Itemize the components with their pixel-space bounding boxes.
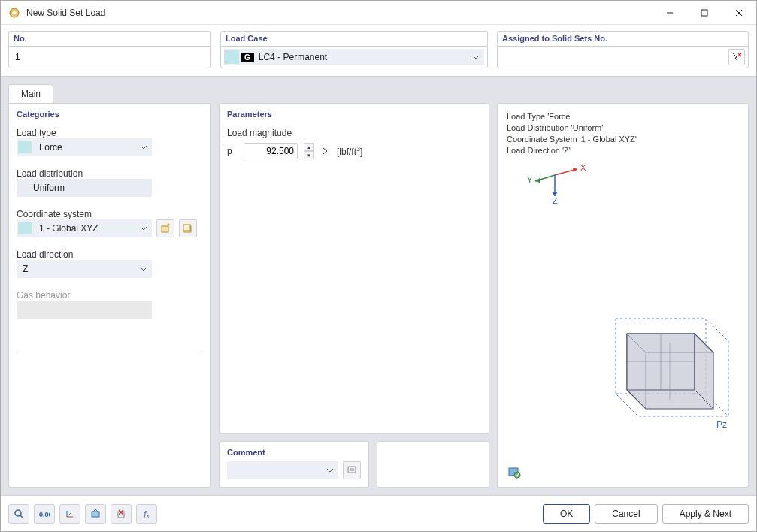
info-coord: Coordinate System '1 - Global XYZ'	[507, 134, 739, 145]
loadcase-color-swatch	[224, 50, 239, 64]
chevron-down-icon	[140, 145, 147, 150]
cancel-button[interactable]: Cancel	[595, 504, 657, 524]
assigned-input[interactable]	[501, 50, 728, 64]
axes-icon: X Y Z	[525, 160, 739, 208]
coord-swatch	[18, 222, 32, 234]
svg-text:X: X	[580, 163, 586, 172]
tabs-row: Main	[1, 77, 756, 103]
svg-text:Y: Y	[527, 175, 533, 184]
magnitude-unit: [lbf/ft3]	[337, 145, 362, 157]
svg-rect-44	[92, 512, 99, 517]
apply-next-button[interactable]: Apply & Next	[662, 504, 749, 524]
edit-coord-system-button[interactable]	[179, 219, 197, 237]
svg-line-43	[67, 512, 71, 517]
footer-axes-button[interactable]	[59, 504, 80, 524]
info-load-type: Load Type 'Force'	[507, 111, 739, 122]
svg-rect-2	[701, 10, 707, 16]
footer-delete-button[interactable]	[111, 504, 132, 524]
loadcase-select[interactable]: G LC4 - Permanent	[224, 49, 484, 65]
svg-text:x: x	[147, 513, 150, 518]
titlebar: New Solid Set Load	[1, 1, 756, 25]
load-type-value: Force	[36, 142, 140, 153]
magnitude-spinner[interactable]: ▲ ▼	[304, 143, 314, 159]
no-label: No.	[8, 31, 211, 46]
chevron-down-icon	[326, 468, 334, 473]
comment-input[interactable]	[227, 461, 338, 479]
svg-line-39	[20, 515, 23, 518]
app-icon	[8, 7, 20, 19]
comment-title: Comment	[220, 442, 368, 461]
pick-in-view-button[interactable]	[728, 49, 745, 65]
footer-function-button[interactable]: ƒx	[136, 504, 157, 524]
comment-extra-button[interactable]	[343, 461, 361, 479]
chevron-down-icon	[140, 226, 147, 231]
maximize-button[interactable]	[687, 1, 722, 24]
parameters-title: Parameters	[220, 104, 489, 123]
no-input[interactable]	[12, 50, 207, 64]
gas-label: Gas behavior	[17, 290, 203, 301]
load-type-swatch	[18, 141, 32, 153]
load-type-label: Load type	[17, 128, 203, 138]
magnitude-input[interactable]	[244, 143, 298, 159]
assigned-label: Assigned to Solid Sets No.	[497, 31, 749, 46]
magnitude-symbol: p	[227, 146, 238, 156]
parameters-panel: Parameters Load magnitude p ▲ ▼ [lbf/ft3…	[219, 103, 489, 434]
magnitude-label: Load magnitude	[227, 128, 481, 138]
info-load-dir: Load Direction 'Z'	[507, 145, 739, 156]
load-preview	[586, 311, 736, 442]
load-type-select[interactable]: Force	[17, 138, 152, 156]
pz-label: Pz	[716, 419, 727, 430]
close-button[interactable]	[722, 1, 756, 24]
comment-panel: Comment	[219, 441, 369, 488]
ok-button[interactable]: OK	[543, 504, 590, 524]
load-dist-label: Load distribution	[17, 168, 203, 179]
load-dir-select[interactable]: Z	[17, 260, 152, 278]
tab-main[interactable]: Main	[8, 84, 53, 103]
minimize-button[interactable]	[653, 1, 687, 24]
coord-label: Coordinate system	[17, 209, 203, 219]
footer: 0,00 ƒx OK Cancel Apply & Next	[1, 495, 756, 531]
chevron-down-icon	[140, 267, 147, 271]
info-panel: Load Type 'Force' Load Distribution 'Uni…	[497, 103, 749, 488]
load-dir-label: Load direction	[17, 249, 203, 260]
categories-lower-pane	[17, 352, 203, 479]
load-dir-value: Z	[17, 264, 140, 274]
spinner-up-icon[interactable]: ▲	[304, 143, 314, 151]
load-dist-select[interactable]: Uniform	[17, 179, 152, 197]
svg-text:0,00: 0,00	[39, 511, 50, 518]
svg-rect-7	[162, 226, 168, 232]
loadcase-tag: G	[241, 53, 254, 62]
footer-search-button[interactable]	[8, 504, 29, 524]
footer-view-button[interactable]	[85, 504, 106, 524]
spinner-down-icon[interactable]: ▼	[304, 151, 314, 159]
loadcase-label: Load Case	[220, 31, 488, 46]
load-dist-value: Uniform	[17, 183, 152, 193]
magnitude-more-button[interactable]	[320, 143, 331, 159]
preview-settings-button[interactable]	[505, 463, 523, 481]
svg-point-38	[15, 510, 21, 516]
gas-select	[17, 301, 152, 319]
svg-text:Z: Z	[553, 196, 558, 205]
footer-units-button[interactable]: 0,00	[34, 504, 55, 524]
svg-rect-10	[348, 467, 356, 473]
coord-value: 1 - Global XYZ	[36, 223, 140, 234]
new-coord-system-button[interactable]	[156, 219, 174, 237]
window-title: New Solid Set Load	[26, 8, 653, 18]
chevron-down-icon	[472, 55, 480, 59]
categories-title: Categories	[9, 104, 210, 123]
coord-select[interactable]: 1 - Global XYZ	[17, 219, 152, 237]
svg-rect-9	[183, 225, 190, 231]
aux-panel	[377, 441, 489, 488]
loadcase-value: LC4 - Permanent	[259, 52, 472, 62]
categories-panel: Categories Load type Force Load distribu…	[8, 103, 211, 488]
header-row: No. Load Case G LC4 - Permanent Assigned…	[1, 25, 756, 77]
info-load-dist: Load Distribution 'Uniform'	[507, 122, 739, 134]
